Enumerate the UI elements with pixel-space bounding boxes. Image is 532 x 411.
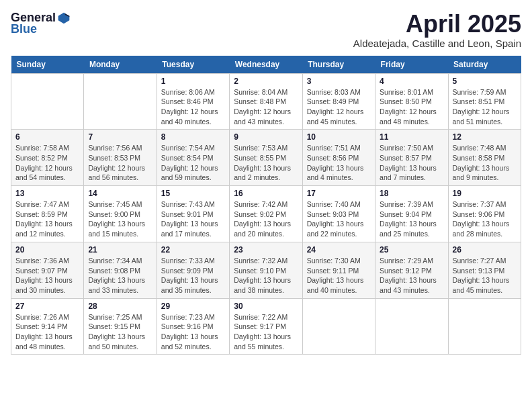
weekday-header: Tuesday (157, 56, 229, 74)
calendar-day-cell: 27Sunrise: 7:26 AMSunset: 9:14 PMDayligh… (11, 298, 84, 355)
calendar-day-cell: 9Sunrise: 7:53 AMSunset: 8:55 PMDaylight… (230, 130, 302, 186)
day-number: 9 (234, 132, 298, 142)
day-number: 16 (234, 189, 298, 198)
calendar-week-row: 20Sunrise: 7:36 AMSunset: 9:07 PMDayligh… (11, 242, 521, 298)
day-info: Sunrise: 7:34 AMSunset: 9:08 PMDaylight:… (88, 256, 152, 295)
day-number: 19 (453, 189, 517, 198)
calendar-day-cell: 7Sunrise: 7:56 AMSunset: 8:53 PMDaylight… (84, 130, 157, 186)
calendar-day-cell: 11Sunrise: 7:50 AMSunset: 8:57 PMDayligh… (375, 130, 448, 186)
day-info: Sunrise: 7:27 AMSunset: 9:13 PMDaylight:… (453, 256, 517, 295)
day-info: Sunrise: 7:59 AMSunset: 8:51 PMDaylight:… (453, 87, 517, 127)
calendar-day-cell: 16Sunrise: 7:42 AMSunset: 9:02 PMDayligh… (230, 186, 302, 242)
calendar-day-cell: 21Sunrise: 7:34 AMSunset: 9:08 PMDayligh… (84, 242, 157, 298)
calendar-day-cell (448, 298, 521, 355)
day-number: 24 (307, 245, 371, 255)
calendar-day-cell: 18Sunrise: 7:39 AMSunset: 9:04 PMDayligh… (375, 186, 448, 242)
day-number: 12 (453, 132, 517, 142)
day-number: 3 (307, 77, 371, 86)
day-info: Sunrise: 8:03 AMSunset: 8:49 PMDaylight:… (307, 87, 371, 127)
day-info: Sunrise: 7:48 AMSunset: 8:58 PMDaylight:… (453, 143, 517, 183)
logo-icon (57, 11, 71, 25)
day-number: 7 (88, 132, 152, 142)
calendar-day-cell: 14Sunrise: 7:45 AMSunset: 9:00 PMDayligh… (84, 186, 157, 242)
weekday-header: Wednesday (230, 56, 302, 74)
day-number: 10 (307, 132, 371, 142)
day-number: 6 (15, 132, 79, 142)
day-info: Sunrise: 7:36 AMSunset: 9:07 PMDaylight:… (15, 256, 79, 295)
calendar-header-row: SundayMondayTuesdayWednesdayThursdayFrid… (11, 56, 521, 74)
day-number: 30 (234, 302, 298, 311)
calendar-week-row: 1Sunrise: 8:06 AMSunset: 8:46 PMDaylight… (11, 73, 521, 130)
day-info: Sunrise: 7:58 AMSunset: 8:52 PMDaylight:… (15, 143, 79, 183)
day-number: 2 (234, 77, 298, 86)
calendar-day-cell: 29Sunrise: 7:23 AMSunset: 9:16 PMDayligh… (157, 298, 229, 355)
month-year-title: April 2025 (353, 11, 521, 38)
calendar-day-cell: 3Sunrise: 8:03 AMSunset: 8:49 PMDaylight… (302, 73, 375, 130)
weekday-header: Saturday (448, 56, 521, 74)
weekday-header: Sunday (11, 56, 84, 74)
day-info: Sunrise: 8:01 AMSunset: 8:50 PMDaylight:… (380, 87, 443, 127)
day-number: 15 (161, 189, 225, 198)
day-number: 17 (307, 189, 371, 198)
day-info: Sunrise: 7:45 AMSunset: 9:00 PMDaylight:… (88, 199, 152, 239)
calendar-day-cell: 17Sunrise: 7:40 AMSunset: 9:03 PMDayligh… (302, 186, 375, 242)
day-info: Sunrise: 7:54 AMSunset: 8:54 PMDaylight:… (161, 143, 225, 183)
calendar-day-cell: 24Sunrise: 7:30 AMSunset: 9:11 PMDayligh… (302, 242, 375, 298)
calendar-day-cell: 22Sunrise: 7:33 AMSunset: 9:09 PMDayligh… (157, 242, 229, 298)
day-info: Sunrise: 7:56 AMSunset: 8:53 PMDaylight:… (88, 143, 152, 183)
day-number: 13 (15, 189, 79, 198)
day-info: Sunrise: 8:06 AMSunset: 8:46 PMDaylight:… (161, 87, 225, 127)
weekday-header: Monday (84, 56, 157, 74)
day-number: 28 (88, 302, 152, 311)
calendar-week-row: 13Sunrise: 7:47 AMSunset: 8:59 PMDayligh… (11, 186, 521, 242)
calendar-day-cell: 1Sunrise: 8:06 AMSunset: 8:46 PMDaylight… (157, 73, 229, 130)
day-info: Sunrise: 7:40 AMSunset: 9:03 PMDaylight:… (307, 199, 371, 239)
calendar-day-cell: 26Sunrise: 7:27 AMSunset: 9:13 PMDayligh… (448, 242, 521, 298)
calendar-table: SundayMondayTuesdayWednesdayThursdayFrid… (11, 56, 521, 355)
calendar-day-cell (375, 298, 448, 355)
day-info: Sunrise: 7:22 AMSunset: 9:17 PMDaylight:… (234, 312, 298, 352)
day-info: Sunrise: 7:47 AMSunset: 8:59 PMDaylight:… (15, 199, 79, 239)
header: General Blue April 2025 Aldeatejada, Cas… (11, 11, 521, 49)
calendar-day-cell: 28Sunrise: 7:25 AMSunset: 9:15 PMDayligh… (84, 298, 157, 355)
day-info: Sunrise: 7:39 AMSunset: 9:04 PMDaylight:… (380, 199, 443, 239)
location-subtitle: Aldeatejada, Castille and Leon, Spain (353, 38, 521, 49)
logo-blue: Blue (11, 22, 37, 36)
calendar-day-cell: 19Sunrise: 7:37 AMSunset: 9:06 PMDayligh… (448, 186, 521, 242)
day-info: Sunrise: 7:30 AMSunset: 9:11 PMDaylight:… (307, 256, 371, 295)
day-number: 23 (234, 245, 298, 255)
day-number: 18 (380, 189, 443, 198)
calendar-day-cell: 8Sunrise: 7:54 AMSunset: 8:54 PMDaylight… (157, 130, 229, 186)
day-info: Sunrise: 7:26 AMSunset: 9:14 PMDaylight:… (15, 312, 79, 352)
calendar-day-cell: 2Sunrise: 8:04 AMSunset: 8:48 PMDaylight… (230, 73, 302, 130)
day-number: 5 (453, 77, 517, 86)
calendar-day-cell: 15Sunrise: 7:43 AMSunset: 9:01 PMDayligh… (157, 186, 229, 242)
day-info: Sunrise: 7:50 AMSunset: 8:57 PMDaylight:… (380, 143, 443, 183)
day-info: Sunrise: 7:32 AMSunset: 9:10 PMDaylight:… (234, 256, 298, 295)
day-number: 11 (380, 132, 443, 142)
calendar-day-cell: 4Sunrise: 8:01 AMSunset: 8:50 PMDaylight… (375, 73, 448, 130)
day-info: Sunrise: 7:25 AMSunset: 9:15 PMDaylight:… (88, 312, 152, 352)
day-info: Sunrise: 7:33 AMSunset: 9:09 PMDaylight:… (161, 256, 225, 295)
calendar-day-cell: 25Sunrise: 7:29 AMSunset: 9:12 PMDayligh… (375, 242, 448, 298)
day-number: 20 (15, 245, 79, 255)
calendar-week-row: 6Sunrise: 7:58 AMSunset: 8:52 PMDaylight… (11, 130, 521, 186)
day-info: Sunrise: 8:04 AMSunset: 8:48 PMDaylight:… (234, 87, 298, 127)
day-number: 14 (88, 189, 152, 198)
calendar-day-cell (84, 73, 157, 130)
day-info: Sunrise: 7:37 AMSunset: 9:06 PMDaylight:… (453, 199, 517, 239)
day-number: 1 (161, 77, 225, 86)
day-info: Sunrise: 7:43 AMSunset: 9:01 PMDaylight:… (161, 199, 225, 239)
day-number: 22 (161, 245, 225, 255)
calendar-day-cell (11, 73, 84, 130)
day-number: 21 (88, 245, 152, 255)
title-area: April 2025 Aldeatejada, Castille and Leo… (353, 11, 521, 49)
day-info: Sunrise: 7:23 AMSunset: 9:16 PMDaylight:… (161, 312, 225, 352)
logo: General Blue (11, 11, 71, 36)
calendar-day-cell: 13Sunrise: 7:47 AMSunset: 8:59 PMDayligh… (11, 186, 84, 242)
calendar-day-cell: 23Sunrise: 7:32 AMSunset: 9:10 PMDayligh… (230, 242, 302, 298)
day-info: Sunrise: 7:51 AMSunset: 8:56 PMDaylight:… (307, 143, 371, 183)
day-number: 25 (380, 245, 443, 255)
day-info: Sunrise: 7:29 AMSunset: 9:12 PMDaylight:… (380, 256, 443, 295)
calendar-day-cell: 30Sunrise: 7:22 AMSunset: 9:17 PMDayligh… (230, 298, 302, 355)
